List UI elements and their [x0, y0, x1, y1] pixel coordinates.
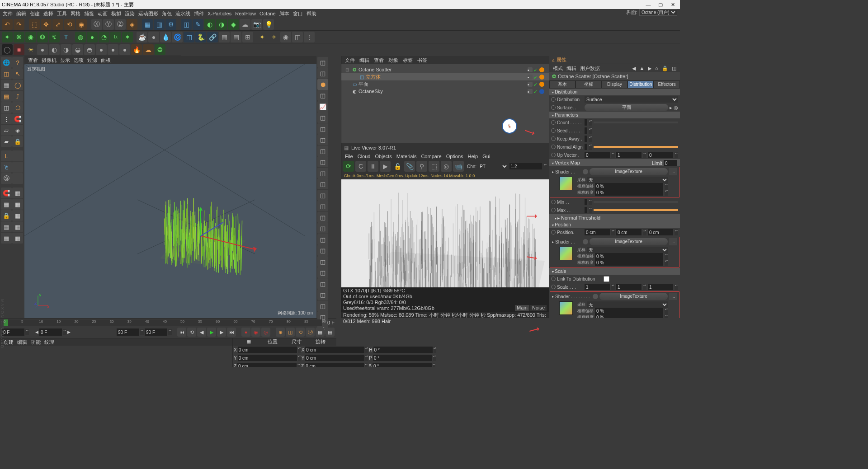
nav-up-icon[interactable]: ▲	[639, 66, 644, 71]
lv-ratio-input[interactable]	[509, 163, 542, 169]
lock-icon[interactable]: 🔒	[12, 136, 23, 147]
nav-new-icon[interactable]: ◫	[672, 66, 676, 71]
rt-4[interactable]: ◫	[317, 90, 328, 101]
blank-3[interactable]	[12, 173, 23, 184]
shader-thumb-1[interactable]	[559, 177, 573, 190]
status-tab-main[interactable]: Main	[514, 305, 530, 311]
blank-1[interactable]	[12, 150, 23, 161]
lv-lock-button[interactable]: 🔒	[392, 161, 403, 172]
tex-icon[interactable]: ▤	[1, 91, 12, 102]
live-menu-item-0[interactable]: File	[345, 154, 353, 159]
shader-button-1[interactable]: ImageTexture	[590, 168, 668, 175]
python-icon[interactable]: 🐍	[195, 32, 206, 42]
menu-item-6[interactable]: 捕捉	[84, 10, 94, 17]
grid-b[interactable]: ▦	[1, 199, 12, 210]
menu-item-1[interactable]: 编辑	[16, 10, 26, 17]
oct-btn-6[interactable]: ◑	[61, 44, 71, 55]
keep-input[interactable]	[585, 136, 587, 142]
rt-21[interactable]: ◫	[317, 278, 328, 289]
live-menu-item-3[interactable]: Materials	[396, 154, 417, 159]
coord-X-pos[interactable]	[238, 347, 297, 353]
edge-mode[interactable]: ▱	[1, 125, 12, 136]
generator-button[interactable]: ◑	[216, 19, 227, 30]
rec-button[interactable]: ●	[241, 328, 250, 337]
menu-item-14[interactable]: X-Particles	[208, 11, 231, 16]
lv-ratio-spinner[interactable]: ▴▾	[543, 163, 547, 169]
rt-12[interactable]: ◫	[317, 178, 328, 189]
auto-key-button[interactable]: ◎	[261, 328, 270, 337]
poly-mode[interactable]: ▰	[1, 136, 12, 147]
normal-slider[interactable]	[594, 146, 678, 148]
xp-icon-3[interactable]: ◉	[25, 32, 36, 42]
attrs-mode[interactable]: 模式	[553, 65, 563, 72]
live-menu-item-2[interactable]: Objects	[375, 154, 392, 159]
shader-arrow-icon[interactable]	[583, 169, 588, 174]
pos-section-header[interactable]: Position	[549, 221, 680, 228]
frame-start[interactable]	[2, 328, 24, 336]
lv-refresh-button[interactable]: ⟳	[343, 161, 354, 172]
rt-9[interactable]: ◫	[317, 145, 328, 156]
minimize-button[interactable]: —	[643, 0, 654, 9]
oct-btn-8[interactable]: ◓	[84, 44, 95, 55]
grid-d[interactable]: ▦	[12, 210, 23, 221]
grid-a[interactable]: ▦	[12, 188, 23, 198]
oct-btn-10[interactable]: ●	[108, 44, 118, 55]
menu-item-13[interactable]: 插件	[194, 10, 204, 17]
obj-menu-item-4[interactable]: 标签	[403, 57, 413, 64]
dist-radio[interactable]	[551, 97, 556, 102]
menu-item-4[interactable]: 工具	[57, 10, 67, 17]
bluroff-1[interactable]	[595, 183, 663, 189]
menu-item-18[interactable]: 窗口	[293, 10, 303, 17]
oct-sun-button[interactable]: ☀	[25, 44, 36, 55]
obj-menu-item-3[interactable]: 对象	[388, 57, 398, 64]
undo-button[interactable]: ↶	[2, 19, 13, 30]
lv-stop-button[interactable]: C	[355, 161, 366, 172]
oct-btn-7[interactable]: ◒	[72, 44, 83, 55]
rt-3[interactable]: ⬢	[317, 79, 328, 90]
goto-end-button[interactable]: ⏭	[227, 328, 236, 337]
tree-item-0[interactable]: ⊟ ❂ Octane Scatter ▪ ✓	[341, 66, 549, 73]
grid-e[interactable]: ▦	[1, 221, 12, 232]
rt-22[interactable]: ◫	[317, 289, 328, 300]
scale-section-header[interactable]: Scale	[549, 268, 680, 275]
obj-menu-item-2[interactable]: 查看	[374, 57, 384, 64]
xp-text-icon[interactable]: T	[61, 32, 71, 42]
menu-item-5[interactable]: 网格	[71, 10, 80, 17]
move-tool[interactable]: ✥	[41, 19, 52, 30]
pos-z[interactable]	[648, 229, 673, 235]
obj-menu-item-5[interactable]: 书签	[417, 57, 427, 64]
magnet2-icon[interactable]: 🧲	[1, 188, 12, 198]
menu-item-12[interactable]: 流水线	[175, 10, 190, 17]
grid-h[interactable]: ▦	[12, 233, 23, 244]
attr-tab-distribution[interactable]: Distribution	[627, 80, 654, 89]
xp-icon-5[interactable]: ↯	[49, 32, 60, 42]
shader-browse-1[interactable]: ...	[669, 168, 677, 175]
min-slider[interactable]	[594, 201, 678, 203]
oct-btn-5[interactable]: ◐	[49, 44, 60, 55]
obj-menu-item-1[interactable]: 编辑	[359, 57, 369, 64]
xp-icon-1[interactable]: ✦	[2, 32, 13, 42]
live-render-view[interactable]	[341, 179, 549, 287]
lv-focus-button[interactable]: ◎	[441, 161, 452, 172]
vp-menu-item-3[interactable]: 选项	[74, 57, 84, 64]
sample-dd-1[interactable]: 无	[587, 177, 668, 183]
lv-clip-button[interactable]: 📎	[404, 161, 415, 172]
coord-H-rot[interactable]	[373, 347, 433, 353]
sphere-icon[interactable]: ◉	[280, 32, 291, 42]
coord-Z-size[interactable]	[305, 363, 364, 367]
lv-pick-button[interactable]: ⚲	[416, 161, 427, 172]
arrow-icon[interactable]: ↖	[12, 68, 23, 79]
oct-btn-4[interactable]: ●	[37, 44, 48, 55]
limit-input[interactable]	[664, 160, 677, 166]
frame-end[interactable]	[117, 328, 139, 336]
xp-icon-7[interactable]: ●	[87, 32, 98, 42]
menu-item-15[interactable]: RealFlow	[235, 11, 256, 16]
sample-dd-3[interactable]: 无	[587, 301, 668, 308]
count-input[interactable]	[585, 119, 587, 126]
layout-dropdown[interactable]: Octane (用户)	[639, 9, 677, 16]
tool-a[interactable]: ◫	[1, 102, 12, 113]
sparkle-icon[interactable]: ✧	[269, 32, 279, 42]
loop-button[interactable]: ⟲	[187, 328, 196, 337]
rt-10[interactable]: ◫	[317, 156, 328, 167]
object-tree[interactable]: ⊟ ❂ Octane Scatter ▪ ✓ ◫ 立方体 ▪ ✓ ▭ 平面 ▪ …	[341, 64, 549, 143]
